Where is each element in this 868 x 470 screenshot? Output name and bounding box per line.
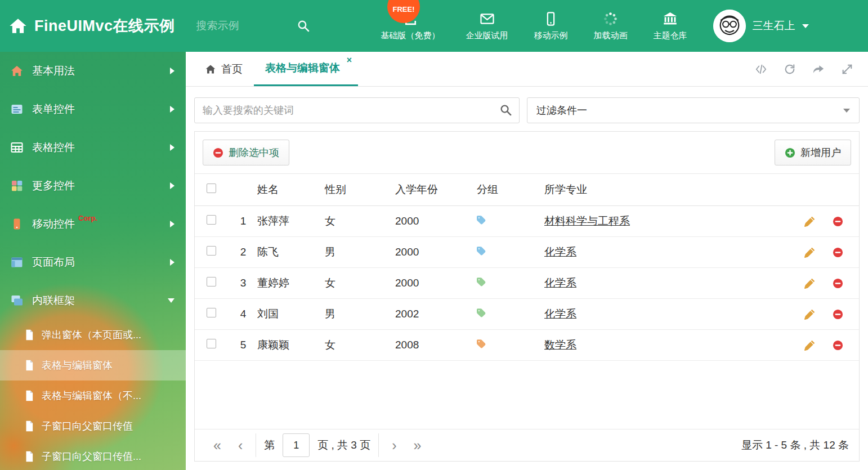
cell-year: 2000 [395,268,476,299]
caret-down-icon [843,109,850,113]
major-link[interactable]: 化学系 [544,246,576,258]
delete-icon[interactable] [833,309,843,320]
delete-icon[interactable] [833,216,843,227]
sidebar-item-label: 表单控件 [32,102,75,117]
delete-icon[interactable] [833,340,843,351]
keyword-search-input[interactable] [194,97,520,123]
nav-theme-store-button[interactable]: 主题仓库 [654,11,687,41]
sidebar-item-label: 内联框架 [32,293,75,308]
avatar [713,10,746,42]
sidebar-item-iframe[interactable]: 内联框架 [0,281,186,320]
edit-icon[interactable] [804,278,815,289]
sidebar-item-mobile-controls[interactable]: 移动控件 Corp. [0,205,186,243]
delete-selected-label: 删除选中项 [229,146,279,159]
search-icon[interactable] [499,104,512,117]
home-icon [205,64,216,75]
nav-label: 基础版（免费） [381,30,440,41]
sidebar-item-grid-controls[interactable]: 表格控件 [0,128,186,167]
expand-icon[interactable] [841,63,853,75]
major-link[interactable]: 化学系 [544,277,576,289]
chevron-right-icon [170,182,175,189]
nav-mobile-demo-button[interactable]: 移动示例 [534,11,568,41]
sidebar-item-basic-usage[interactable]: 基本用法 [0,52,186,90]
cell-gender: 女 [324,330,395,361]
select-all-checkbox[interactable] [207,183,216,193]
sidebar-item-label: 基本用法 [32,64,75,78]
app-title: FineUIMvc在线示例 [34,16,175,36]
share-icon[interactable] [812,63,825,75]
cell-year: 2002 [395,299,476,330]
user-menu[interactable]: 三生石上 [713,10,809,42]
sidebar-subitem-label: 表格与编辑窗体（不... [42,389,141,402]
chevron-right-icon [170,144,175,151]
page-number-input[interactable] [283,433,310,457]
delete-icon[interactable] [833,247,843,258]
search-icon[interactable] [297,19,310,33]
table-row[interactable]: 5 康颖颖 女 2008 数学系 [195,330,859,361]
sidebar-subitem-child-to-parent-2[interactable]: 子窗口向父窗口传值... [0,441,186,470]
divider [378,433,379,457]
table-header-row: 姓名 性别 入学年份 分组 所学专业 [195,174,859,206]
major-link[interactable]: 数学系 [544,339,576,351]
col-gender: 性别 [324,174,395,206]
chevron-right-icon [170,221,175,227]
delete-icon[interactable] [833,278,843,289]
tag-icon [477,246,487,256]
table-row[interactable]: 4 刘国 男 2002 化学系 [195,299,859,330]
edit-icon[interactable] [804,216,815,227]
col-year: 入学年份 [395,174,476,206]
row-checkbox[interactable] [207,308,216,317]
next-page-button[interactable]: › [383,438,405,453]
edit-icon[interactable] [804,340,815,351]
delete-selected-button[interactable]: 删除选中项 [203,140,289,165]
chevron-right-icon [170,68,175,74]
filter-dropdown[interactable]: 过滤条件一 [527,97,860,123]
bank-icon [663,11,678,26]
major-link[interactable]: 化学系 [544,308,576,320]
prev-page-button[interactable]: ‹ [230,438,251,453]
table-icon [10,141,24,154]
add-user-button[interactable]: 新增用户 [775,140,851,165]
tag-icon [477,277,487,287]
sidebar-item-page-layout[interactable]: 页面布局 [0,243,186,281]
table-row[interactable]: 2 陈飞 男 2000 化学系 [195,237,859,268]
cell-year: 2008 [395,330,476,361]
sidebar-subitem-grid-edit-window[interactable]: 表格与编辑窗体 [0,350,186,381]
nav-label: 移动示例 [534,30,568,41]
cell-year: 2000 [395,206,476,237]
major-link[interactable]: 材料科学与工程系 [544,215,630,227]
envelope-icon [480,11,495,26]
edit-icon[interactable] [804,247,815,258]
table-row[interactable]: 3 董婷婷 女 2000 化学系 [195,268,859,299]
refresh-icon[interactable] [784,63,796,75]
nav-enterprise-trial-button[interactable]: 企业版试用 [466,11,508,41]
header-search-input[interactable] [195,19,274,33]
app-header: FineUIMvc在线示例 FREE! 基础版（免费） 企业版试用 移动示例 [0,0,868,52]
last-page-button[interactable]: » [405,438,430,453]
row-checkbox[interactable] [207,246,216,256]
nav-loading-animation-button[interactable]: 加载动画 [594,11,628,41]
record-summary: 显示 1 - 5 条 , 共 12 条 [741,438,849,453]
table-row[interactable]: 1 张萍萍 女 2000 材料科学与工程系 [195,206,859,237]
row-checkbox[interactable] [207,339,216,348]
sidebar-item-more-controls[interactable]: 更多控件 [0,167,186,205]
panel-spacer [195,361,859,429]
cell-name: 陈飞 [257,237,324,268]
home-icon[interactable] [9,17,27,35]
widgets-icon [10,179,24,193]
sidebar-subitem-child-to-parent[interactable]: 子窗口向父窗口传值 [0,411,186,441]
source-code-icon[interactable] [755,63,767,75]
grid-panel: 删除选中项 新增用户 姓名 性别 入学年份 [194,131,860,462]
form-icon [10,102,24,116]
row-checkbox[interactable] [207,215,216,225]
tab-grid-edit-window[interactable]: 表格与编辑窗体 × [254,52,358,86]
tab-home[interactable]: 首页 [194,52,254,86]
edit-icon[interactable] [804,309,815,320]
cell-gender: 男 [324,299,395,330]
sidebar-item-form-controls[interactable]: 表单控件 [0,90,186,128]
sidebar-subitem-grid-edit-window-2[interactable]: 表格与编辑窗体（不... [0,381,186,411]
row-checkbox[interactable] [207,277,216,287]
close-icon[interactable]: × [347,56,352,65]
sidebar-subitem-popup-window[interactable]: 弹出窗体（本页面或... [0,320,186,350]
first-page-button[interactable]: « [205,438,230,453]
